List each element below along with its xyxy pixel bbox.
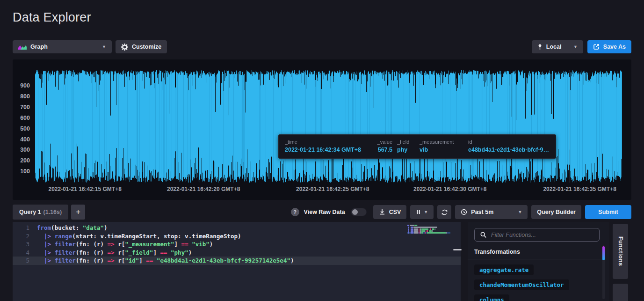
time-range-dropdown[interactable]: Past 5m ▼ [455, 205, 528, 219]
function-item[interactable]: columns [474, 294, 509, 301]
customize-button[interactable]: Customize [116, 40, 167, 53]
add-query-button[interactable]: + [71, 205, 85, 220]
chevron-down-icon: ▼ [424, 210, 428, 214]
query-builder-button[interactable]: Query Builder [531, 205, 581, 219]
x-axis: 2022-01-21 16:42:15 GMT+82022-01-21 16:4… [35, 186, 622, 193]
functions-scrollbar[interactable] [602, 245, 605, 299]
view-type-label: Graph [30, 44, 48, 50]
tooltip-column-measurement: _measurementvib [420, 139, 463, 154]
query-tab[interactable]: Query 1 (1.16s) [13, 205, 68, 220]
code-token: filter [55, 241, 76, 248]
minimap-segment [407, 228, 408, 230]
hover-crosshair [570, 70, 570, 183]
minimap-segment [414, 230, 418, 232]
code-token: "data" [83, 224, 104, 231]
minimap-segment [421, 230, 425, 232]
tooltip-column-header: _value [370, 139, 392, 145]
local-label: Local [546, 44, 562, 50]
submit-button[interactable]: Submit [585, 205, 631, 219]
refresh-button[interactable] [437, 205, 451, 219]
query-tab-label: Query 1 [19, 209, 41, 215]
help-icon[interactable]: ? [291, 208, 299, 216]
tab-below-functions[interactable] [613, 284, 628, 301]
customize-label: Customize [132, 44, 161, 50]
y-tick-label: 800 [13, 93, 30, 100]
csv-download-button[interactable]: CSV [373, 205, 407, 219]
minimap-segment [410, 230, 410, 232]
panel-resize-handle[interactable] [453, 249, 462, 250]
code-token [37, 257, 44, 264]
filter-functions-input[interactable] [491, 232, 594, 238]
code-token: ) [210, 241, 213, 248]
y-tick-label: 600 [13, 115, 30, 121]
code-token: (fn: (r) [76, 249, 108, 256]
minimap-segment [419, 228, 420, 230]
function-item[interactable]: aggregate.rate [474, 264, 534, 275]
query-duration: (1.16s) [43, 209, 62, 215]
y-tick-label: 400 [13, 136, 30, 143]
line-number: 1 [13, 224, 29, 232]
minimap-segment [426, 230, 426, 232]
plot-area[interactable] [35, 70, 622, 183]
code-token: |> [44, 233, 51, 240]
functions-list: aggregate.ratechandeMomentumOscillatorco… [474, 264, 569, 301]
pause-icon [416, 209, 421, 215]
view-type-dropdown[interactable]: Graph ▼ [13, 40, 112, 53]
tooltip-column-header: id [468, 139, 550, 145]
code-line[interactable]: 3 |> filter(fn: (r) => r["_measurement"]… [13, 240, 461, 249]
code-token: |> [44, 241, 51, 248]
code-token [51, 233, 55, 240]
line-number: 3 [13, 240, 29, 249]
minimap-segment [408, 230, 409, 232]
code-token: ] [153, 249, 160, 256]
code-token: r[ [115, 241, 125, 248]
tooltip-column-value: 567.5 [370, 147, 392, 153]
minimap-segment [431, 228, 432, 230]
minimap-line [407, 227, 450, 228]
line-content: |> filter(fn: (r) => r["_field"] == "phy… [29, 249, 192, 257]
code-token [51, 241, 55, 248]
minimap-segment [426, 232, 427, 234]
code-token: "_measurement" [125, 241, 174, 248]
y-tick-label: 300 [13, 147, 30, 153]
code-token [37, 233, 44, 240]
minimap-segment [408, 232, 409, 234]
code-token [51, 257, 55, 264]
code-line[interactable]: 2 |> range(start: v.timeRangeStart, stop… [13, 232, 461, 241]
code-line[interactable]: 5 |> filter(fn: (r) => r["id"] == "e48bd… [13, 257, 461, 265]
code-line[interactable]: 4 |> filter(fn: (r) => r["_field"] == "p… [13, 249, 461, 257]
pause-dropdown-button[interactable]: ▼ [410, 205, 434, 219]
code-token: "phy" [171, 249, 188, 256]
code-token [37, 241, 44, 248]
code-token: ) [188, 249, 192, 256]
scrollbar-thumb[interactable] [602, 246, 605, 260]
editor-minimap[interactable] [407, 225, 450, 234]
line-content: |> range(start: v.timeRangeStart, stop: … [29, 232, 241, 241]
transformations-header: Transformations [474, 249, 520, 255]
tab-functions-label: Functions [617, 236, 624, 266]
line-content: |> filter(fn: (r) => r["_measurement"] =… [29, 240, 213, 249]
code-token: "vib" [192, 241, 210, 248]
view-raw-data-label: View Raw Data [304, 209, 345, 215]
y-axis: 100200300400500600700800900 [13, 70, 32, 183]
minimap-segment [419, 232, 420, 234]
code-line[interactable]: 1from(bucket: "data") [13, 224, 461, 232]
flux-editor[interactable]: 1from(bucket: "data")2 |> range(start: v… [13, 222, 461, 301]
query-controls: ? View Raw Data CSV ▼ [291, 205, 631, 219]
tab-functions[interactable]: Functions [613, 224, 628, 279]
save-toolbar: Local ▼ Save As [532, 40, 631, 53]
y-tick-label: 900 [13, 82, 30, 89]
local-dropdown[interactable]: Local ▼ [532, 40, 583, 53]
tooltip-column-value: phy [397, 147, 415, 153]
code-token: r[ [115, 257, 125, 264]
filter-functions-searchbox[interactable] [474, 228, 600, 242]
view-raw-data-toggle[interactable] [351, 208, 367, 216]
x-tick-label: 2022-01-21 16:42:30 GMT+8 [413, 186, 486, 192]
minimap-segment [429, 230, 432, 232]
chevron-down-icon: ▼ [573, 45, 578, 49]
query-bar: Query 1 (1.16s) + ? View Raw Data CSV ▼ [13, 205, 631, 220]
save-as-button[interactable]: Save As [587, 40, 631, 53]
function-item[interactable]: chandeMomentumOscillator [474, 279, 569, 290]
minimap-segment [414, 228, 418, 230]
series-canvas [35, 70, 622, 183]
